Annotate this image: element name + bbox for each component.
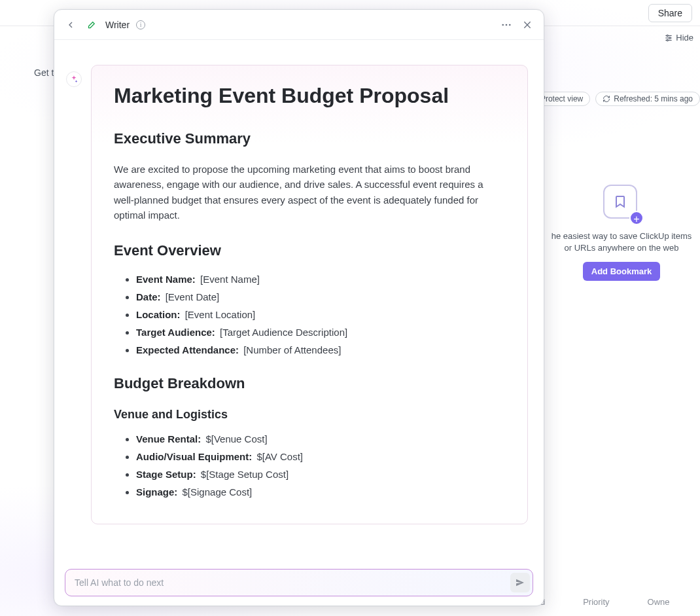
list-item: Signage: $[Signage Cost] [136,486,505,498]
ai-sparkle-badge [66,71,82,87]
pencil-icon [87,20,97,29]
col-owner: Owne [648,597,670,607]
back-button[interactable] [63,18,78,32]
add-bookmark-button[interactable]: Add Bookmark [583,262,660,281]
overview-list: Event Name: [Event Name] Date: [Event Da… [114,274,505,355]
bookmark-icon [612,194,628,209]
more-button[interactable] [499,18,514,32]
info-icon[interactable]: i [136,20,145,29]
list-item: Stage Setup: $[Stage Setup Cost] [136,469,505,480]
list-item: Target Audience: [Target Audience Descri… [136,327,505,338]
refresh-icon [603,95,610,103]
truncated-toast-text: Get t [34,67,54,78]
list-item: Audio/Visual Equipment: $[AV Cost] [136,451,505,462]
hide-label: Hide [676,33,693,43]
edit-button[interactable] [84,18,99,32]
hide-button[interactable]: Hide [664,33,693,43]
share-button[interactable]: Share [648,4,692,22]
dots-icon [500,19,512,31]
svg-point-8 [509,24,511,26]
close-button[interactable] [520,18,534,32]
list-item: Location: [Event Location] [136,309,505,320]
svg-point-4 [669,37,671,38]
col-priority: Priority [583,597,609,607]
plus-icon: + [629,211,644,225]
column-headers: End Priority Owne [530,597,700,607]
writer-title: Writer [105,20,130,30]
list-item: Event Name: [Event Name] [136,274,505,285]
document-scroll[interactable]: Marketing Event Budget Proposal Executiv… [91,65,532,557]
doc-title: Marketing Event Budget Proposal [114,84,505,108]
writer-footer [54,564,544,606]
document-card: Marketing Event Budget Proposal Executiv… [91,65,528,524]
chevron-left-icon [65,20,76,30]
svg-point-6 [502,24,504,26]
ai-input-container [65,569,533,596]
send-icon [515,577,525,588]
refreshed-pill[interactable]: Refreshed: 5 mins ago [595,92,700,106]
list-item: Expected Attendance: [Number of Attendee… [136,344,505,355]
sliders-icon [664,33,673,43]
svg-point-5 [667,39,668,41]
send-button[interactable] [510,573,530,592]
list-item: Date: [Event Date] [136,291,505,302]
writer-header: Writer i [54,10,544,40]
protect-view-label: Protect view [540,94,583,103]
list-item: Venue Rental: $[Venue Cost] [136,433,505,444]
right-panel: Protect view Refreshed: 5 mins ago + he … [543,92,700,281]
event-overview-heading: Event Overview [114,242,505,259]
secondary-toolbar: Hide [664,33,693,43]
venue-subheading: Venue and Logistics [114,408,505,422]
bookmark-empty-state: + he easiest way to save ClickUp items o… [543,185,700,281]
exec-summary-heading: Executive Summary [114,130,505,147]
svg-point-3 [667,35,668,36]
refreshed-label: Refreshed: 5 mins ago [614,94,693,103]
exec-summary-body: We are excited to propose the upcoming m… [114,162,505,223]
close-icon [522,20,533,30]
venue-list: Venue Rental: $[Venue Cost] Audio/Visual… [114,433,505,498]
bookmark-description: he easiest way to save ClickUp items or … [547,230,696,254]
sparkle-icon [69,75,79,84]
svg-point-7 [506,24,508,26]
writer-modal: Writer i Marketing Event Budget Proposal… [54,9,544,606]
ai-prompt-input[interactable] [75,577,510,588]
budget-breakdown-heading: Budget Breakdown [114,375,505,392]
